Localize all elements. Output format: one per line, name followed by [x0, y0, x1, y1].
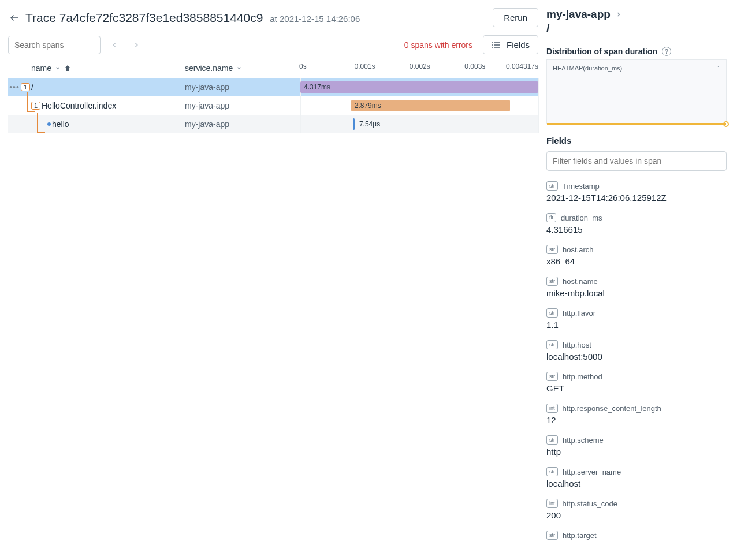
field-item[interactable]: inthttp.status_code200	[546, 499, 727, 520]
field-key: http.flavor	[563, 309, 595, 318]
field-value: 2021-12-15T14:26:06.125912Z	[546, 193, 727, 203]
trace-rows: •••1/my-java-app4.317ms1HelloController.…	[8, 78, 538, 133]
span-event-icon	[64, 65, 71, 72]
child-count-badge[interactable]: 1	[31, 102, 40, 110]
span-bar[interactable]	[353, 118, 355, 130]
type-badge: int	[546, 499, 558, 508]
timeline-cell: 7.54µs	[300, 115, 538, 133]
tree-indent: 1	[8, 102, 42, 110]
field-item[interactable]: strhttp.server_namelocalhost	[546, 467, 727, 488]
field-value: 4.316615	[546, 225, 727, 234]
type-badge: str	[546, 372, 558, 381]
type-badge: str	[546, 277, 558, 286]
type-badge: int	[546, 404, 558, 413]
chevron-right-icon	[615, 11, 622, 18]
field-value: 12	[546, 415, 727, 425]
trace-id: 7a4cfe72fc3287f3e1ed3858851440c9	[59, 11, 263, 24]
field-key: http.status_code	[563, 499, 617, 508]
trace-header: Trace 7a4cfe72fc3287f3e1ed3858851440c9 a…	[8, 6, 538, 33]
timeline-tick: 0.001s	[355, 62, 375, 70]
type-badge: flt	[546, 213, 556, 222]
search-input[interactable]	[8, 36, 100, 54]
service-name: my-java-app	[185, 120, 300, 129]
field-key: http.response_content_length	[563, 404, 661, 413]
service-name: my-java-app	[185, 83, 300, 92]
timeline-tick: 0s	[299, 62, 307, 70]
errors-count[interactable]: 0 spans with errors	[404, 40, 472, 50]
field-item[interactable]: strhttp.hostlocalhost:5000	[546, 340, 727, 361]
span-name-text: HelloController.index	[42, 101, 116, 110]
col-name-header[interactable]: name	[31, 64, 185, 73]
field-key: duration_ms	[561, 214, 602, 222]
filter-fields-input[interactable]	[546, 151, 727, 171]
timeline-tick: 0.003s	[464, 62, 485, 70]
span-name-cell: hello	[52, 120, 185, 129]
more-icon[interactable]: •••	[9, 83, 20, 92]
heatmap-resize-handle[interactable]	[723, 121, 729, 127]
timeline-tick: 0.002s	[410, 62, 430, 70]
span-duration-label: 7.54µs	[359, 118, 380, 130]
field-item[interactable]: strhttp.schemehttp	[546, 435, 727, 457]
field-item[interactable]: inthttp.response_content_length12	[546, 404, 727, 425]
leaf-dot-icon	[47, 122, 51, 126]
type-badge: str	[546, 435, 558, 445]
span-duration-label: 2.879ms	[355, 102, 381, 110]
at-label: at	[270, 14, 277, 24]
table-header: name service.name 0s0.001s0.002s0.003s0	[8, 59, 538, 78]
field-key: http.scheme	[563, 436, 604, 445]
col-service-header[interactable]: service.name	[185, 64, 300, 73]
span-row[interactable]: •••1/my-java-app4.317ms	[8, 78, 538, 96]
field-value: localhost	[546, 479, 727, 488]
field-key: host.name	[563, 277, 598, 286]
field-item[interactable]: strhost.archx86_64	[546, 245, 727, 266]
field-value: 200	[546, 510, 727, 520]
fields-button[interactable]: Fields	[483, 35, 538, 54]
span-name-text: /	[31, 83, 34, 92]
next-span-icon[interactable]	[128, 37, 144, 53]
chevron-down-icon	[236, 65, 242, 71]
tree-indent: •••1	[8, 83, 31, 92]
field-item[interactable]: strhost.namemike-mbp.local	[546, 277, 727, 298]
field-value: mike-mbp.local	[546, 288, 727, 298]
timeline-cell: 4.317ms	[300, 78, 538, 96]
field-key: http.method	[563, 372, 602, 381]
type-badge: str	[546, 467, 558, 476]
field-item[interactable]: strhttp.methodGET	[546, 372, 727, 393]
span-row[interactable]: 1HelloController.indexmy-java-app2.879ms	[8, 96, 538, 115]
field-item[interactable]: fltduration_ms4.316615	[546, 213, 727, 234]
type-badge: str	[546, 308, 558, 318]
field-item[interactable]: strhttp.flavor1.1	[546, 308, 727, 330]
heatmap-chart[interactable]: HEATMAP(duration_ms) ⋮	[546, 59, 727, 124]
field-value: x86_64	[546, 256, 727, 266]
heatmap-menu-icon[interactable]: ⋮	[715, 64, 721, 71]
timeline-ticks: 0s0.001s0.002s0.003s0.004317s	[300, 62, 538, 74]
toolbar: 0 spans with errors Fields	[8, 33, 538, 59]
span-row[interactable]: hellomy-java-app7.54µs	[8, 115, 538, 133]
fields-section-title: Fields	[546, 136, 727, 145]
field-value: GET	[546, 383, 727, 393]
type-badge: str	[546, 340, 558, 349]
span-bar[interactable]: 2.879ms	[351, 100, 510, 111]
field-item[interactable]: strTimestamp2021-12-15T14:26:06.125912Z	[546, 181, 727, 203]
breadcrumb[interactable]: my-java-app	[546, 6, 727, 21]
prev-span-icon[interactable]	[106, 37, 122, 53]
help-icon[interactable]: ?	[662, 47, 671, 56]
field-key: http.target	[563, 531, 597, 540]
rerun-button[interactable]: Rerun	[493, 8, 538, 27]
field-list: strTimestamp2021-12-15T14:26:06.125912Zf…	[546, 181, 727, 540]
type-badge: str	[546, 531, 558, 540]
timeline-cell: 2.879ms	[300, 96, 538, 115]
field-key: Timestamp	[563, 182, 600, 191]
app-name: my-java-app	[546, 8, 611, 21]
service-name: my-java-app	[185, 101, 300, 110]
page-title: Trace 7a4cfe72fc3287f3e1ed3858851440c9 a…	[25, 11, 360, 25]
child-count-badge[interactable]: 1	[21, 83, 30, 91]
field-key: http.server_name	[563, 468, 621, 476]
span-bar[interactable]: 4.317ms	[300, 81, 538, 93]
distribution-title-text: Distribution of span duration	[546, 47, 657, 56]
field-value: localhost:5000	[546, 352, 727, 361]
field-item[interactable]: strhttp.target	[546, 531, 727, 540]
field-key: http.host	[563, 341, 591, 349]
back-icon[interactable]	[8, 12, 21, 24]
span-duration-label: 4.317ms	[304, 83, 330, 91]
